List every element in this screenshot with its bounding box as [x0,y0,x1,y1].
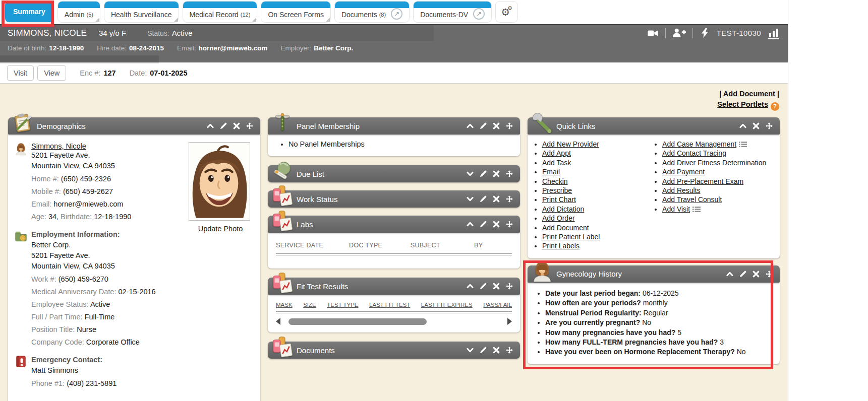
person-add-icon[interactable] [672,27,686,39]
expand-chevron-icon[interactable] [466,346,474,354]
scroll-left-arrow[interactable] [276,318,280,325]
scrollbar-thumb[interactable] [288,318,427,325]
expand-chevron-icon[interactable] [466,170,474,178]
quick-link: Add Appt [542,149,648,158]
move-cross-icon[interactable] [765,270,773,278]
field-date-of-birth: Date of birth:12-18-1990 [8,44,84,52]
column-link[interactable]: TEST TYPE [327,302,358,308]
scroll-right-arrow[interactable] [507,318,512,325]
portlet-columns: Demographics [8,117,779,401]
quick-link: Add Payment [662,168,778,176]
tab-documents-dv[interactable]: Documents-DV↗ [414,2,491,22]
portlet-header-demographics[interactable]: Demographics [8,117,260,135]
field-employer: Employer:Better Corp. [280,44,353,52]
close-x-icon[interactable] [233,122,241,130]
close-x-icon[interactable] [492,346,500,354]
open-new-icon[interactable]: ↗ [391,8,402,20]
close-x-icon[interactable] [492,170,500,178]
scrollbar-track[interactable] [284,318,504,325]
close-x-icon[interactable] [492,122,500,130]
select-portlets-link[interactable]: Select Portlets [717,100,768,108]
bar-chart-icon[interactable] [768,27,780,39]
expand-chevron-icon[interactable] [466,195,474,203]
list-lines-icon [739,141,747,148]
tab-admin[interactable]: Admin(5) [58,2,100,22]
column-link[interactable]: PASS/FAIL [483,302,512,308]
portlet-header-documents[interactable]: Documents [268,342,520,359]
quick-link: Add Dictation [542,205,648,214]
column-link[interactable]: SIZE [303,302,316,308]
portlet-header-fit-test[interactable]: Fit Test Results [268,278,520,295]
column-header: DOC TYPE [349,239,411,254]
video-camera-icon[interactable] [647,28,659,39]
column-link[interactable]: LAST FIT TEST [369,302,410,308]
close-x-icon[interactable] [752,122,760,130]
portlet-header-panel-membership[interactable]: Panel Membership [268,117,520,135]
edit-pencil-icon[interactable] [479,220,487,228]
labs-body: SERVICE DATE DOC TYPE SUBJECT BY [268,233,520,269]
move-cross-icon[interactable] [505,220,513,228]
portlet-header-due-list[interactable]: Due List [268,165,520,182]
woman-avatar-icon [531,259,554,283]
close-x-icon[interactable] [752,270,760,278]
lightning-bolt-icon[interactable] [700,28,710,38]
portlet-header-quick-links[interactable]: Quick Links [528,117,780,135]
tab-on-screen-forms[interactable]: On Screen Forms [261,2,330,22]
patient-name-link[interactable]: Simmons, Nicole [31,142,86,150]
patient-id: TEST-10030 [717,29,761,37]
column-middle: Panel Membership No Panel Memberships [268,117,520,368]
quick-link: Add Driver Fitness Determination [662,159,778,167]
visit-button[interactable]: Visit [7,65,34,81]
close-x-icon[interactable] [492,282,500,290]
collapse-chevron-icon[interactable] [739,122,747,130]
edit-pencil-icon[interactable] [479,282,487,290]
collapse-chevron-icon[interactable] [466,282,474,290]
tab-summary[interactable]: Summary [5,2,53,22]
quick-links-column-2: Add Case Management Add Contact Tracing … [648,140,778,251]
edit-pencil-icon[interactable] [479,122,487,130]
move-cross-icon[interactable] [505,282,513,290]
move-cross-icon[interactable] [765,122,773,130]
add-document-link[interactable]: Add Document [723,90,775,98]
tab-medical-record[interactable]: Medical Record(12) [183,2,257,22]
portlet-header-gynecology[interactable]: Gynecology History [528,265,780,283]
move-cross-icon[interactable] [505,122,513,130]
close-x-icon[interactable] [492,220,500,228]
view-button[interactable]: View [37,65,66,81]
edit-pencil-icon[interactable] [479,170,487,178]
column-link[interactable]: MASK [276,302,293,308]
address-line: Mountain View, CA 94035 [31,161,253,171]
quick-link: Print Patient Label [542,233,648,241]
collapse-chevron-icon[interactable] [206,122,214,130]
portlet-header-labs[interactable]: Labs [268,216,520,233]
work-phone: Work #: (650) 459-6270 [31,274,253,284]
edit-pencil-icon[interactable] [479,346,487,354]
close-x-icon[interactable] [492,195,500,203]
column-header: BY [474,239,512,254]
quick-links-column-1: Add New Provider Add Appt Add Task Email… [528,140,648,251]
move-cross-icon[interactable] [505,170,513,178]
portlet-demographics: Demographics [8,117,260,401]
open-new-icon[interactable]: ↗ [473,8,485,20]
header-scrollbar-thumb[interactable] [0,55,159,63]
edit-pencil-icon[interactable] [219,122,227,130]
caduceus-icon [271,111,294,135]
gyn-item: Date your last period began: 06-12-2025 [545,289,775,298]
move-cross-icon[interactable] [505,195,513,203]
employment-section: Employment Information: Better Corp. 520… [14,229,253,347]
move-cross-icon[interactable] [246,122,254,130]
collapse-chevron-icon[interactable] [466,220,474,228]
help-icon[interactable]: ? [771,102,779,111]
collapse-chevron-icon[interactable] [466,122,474,130]
column-header: SUBJECT [411,239,474,254]
column-link[interactable]: LAST FIT EXPIRES [421,302,473,308]
settings-gear-button[interactable]: ⚙⚙ [496,2,517,22]
tab-documents[interactable]: Documents(8)↗ [335,2,409,22]
fit-test-columns: MASK SIZE TEST TYPE LAST FIT TEST LAST F… [276,302,512,308]
edit-pencil-icon[interactable] [739,270,747,278]
move-cross-icon[interactable] [505,346,513,354]
edit-pencil-icon[interactable] [479,195,487,203]
tab-health-surveillance[interactable]: Health Surveillance [104,2,179,22]
portlet-header-work-status[interactable]: Work Status [268,190,520,208]
collapse-chevron-icon[interactable] [726,270,734,278]
